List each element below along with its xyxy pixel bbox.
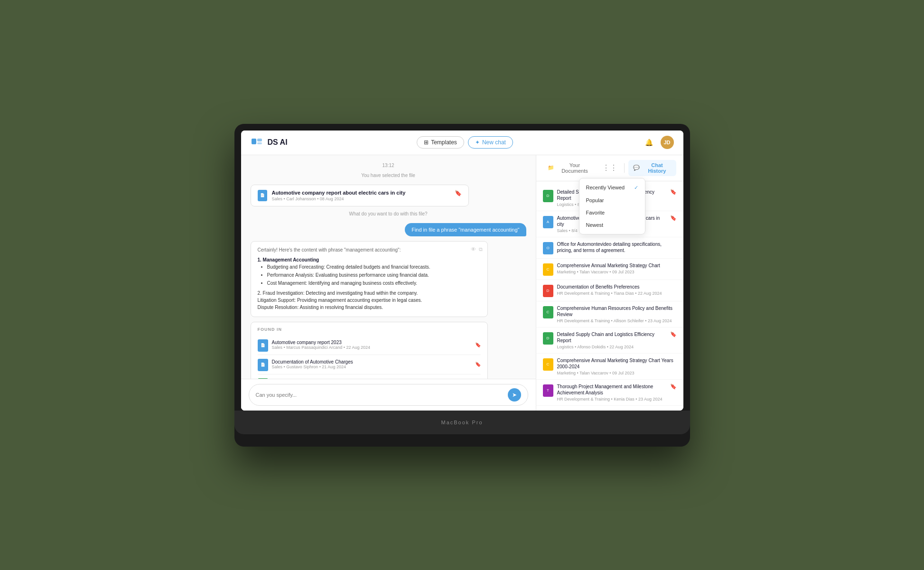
ai-response-header: Certainly! Here's the content with phras…: [258, 247, 481, 252]
dropdown-newest[interactable]: Newest: [579, 219, 645, 231]
hist-info-5: Comprehensive Human Resources Policy and…: [557, 305, 677, 323]
history-item-4[interactable]: D Documentation of Benefits Preferences …: [536, 280, 683, 301]
bell-icon[interactable]: 🔔: [643, 136, 656, 149]
send-button[interactable]: ➤: [508, 388, 521, 402]
found-item-0-icon: 📄: [258, 339, 268, 352]
hist-icon-1: A: [543, 216, 553, 228]
hist-icon-3: C: [543, 263, 553, 276]
tab-documents[interactable]: 📁 Your Documents: [543, 160, 598, 176]
found-item-0-bookmark[interactable]: 🔖: [475, 342, 481, 347]
hist-icon-2: O: [543, 242, 553, 254]
hist-bookmark-0[interactable]: 🔖: [670, 189, 677, 195]
header-icons: 🔔 JD: [643, 136, 674, 149]
history-item-9[interactable]: C Comprehensive Human Resources Policy a…: [536, 406, 683, 411]
hist-info-3: Comprehensive Annual Marketing Strategy …: [557, 262, 677, 274]
chat-messages[interactable]: 13:12 You have selected the file 📄 Autom…: [241, 155, 536, 379]
logo-icon: [251, 136, 264, 149]
hist-icon-8: T: [543, 384, 553, 397]
found-item-0[interactable]: 📄 Automotive company report 2023 Sales •…: [258, 336, 481, 355]
right-panel-tabs: 📁 Your Documents ⋮⋮ 💬 Chat History: [536, 155, 683, 181]
history-item-6[interactable]: D Detailed Supply Chain and Logistics Ef…: [536, 327, 683, 354]
ai-section2: 2. Fraud Investigation: Detecting and in…: [258, 290, 481, 297]
hist-bookmark-6[interactable]: 🔖: [670, 331, 677, 337]
ai-point1: Budgeting and Forecasting: Creating deta…: [267, 263, 481, 271]
file-title: Automotive company report about electric…: [272, 190, 450, 196]
user-message: Find in file a phrase "management accoun…: [405, 223, 526, 236]
eye-icon[interactable]: 👁: [471, 246, 476, 252]
tab-grid-icon[interactable]: ⋮⋮: [599, 161, 620, 174]
file-icon: 📄: [258, 190, 267, 201]
hist-meta-6: Logistics • Afonso Dokidis • 22 Aug 2024: [557, 345, 666, 349]
ai-section3: Litigation Support: Providing management…: [258, 297, 481, 304]
file-bookmark-icon[interactable]: 🔖: [455, 190, 462, 196]
found-item-0-meta: Sales • Marcus Passaquindici Arcand • 22…: [272, 345, 471, 350]
found-item-1[interactable]: 📄 Documentation of Automotive Charges Sa…: [258, 355, 481, 374]
svg-rect-1: [257, 139, 262, 141]
laptop-brand: MacBook Pro: [441, 420, 483, 425]
hist-info-6: Detailed Supply Chain and Logistics Effi…: [557, 331, 666, 349]
hist-icon-4: D: [543, 285, 553, 297]
found-in-label: FOUND IN: [258, 327, 481, 332]
history-icon: 💬: [633, 165, 640, 171]
found-item-2[interactable]: 📄 Comprehensive Annual Marketing Strateg…: [258, 374, 481, 379]
found-in-section: FOUND IN 📄 Automotive company report 202…: [251, 322, 488, 379]
ai-point2: Performance Analysis: Evaluating busines…: [267, 271, 481, 279]
hist-meta-8: HR Development & Training • Kenia Dias •…: [557, 397, 666, 402]
hist-info-2: Office for Automontevideo detailing spec…: [557, 241, 677, 253]
history-item-5[interactable]: C Comprehensive Human Resources Policy a…: [536, 301, 683, 327]
ai-section4: Dispute Resolution: Assisting in resolvi…: [258, 304, 481, 311]
hist-info-8: Thorough Project Management and Mileston…: [557, 383, 666, 402]
history-item-2[interactable]: O Office for Automontevideo detailing sp…: [536, 237, 683, 259]
found-item-0-icons: 🔖: [475, 342, 481, 347]
section1-title: 1. Management Accounting: [258, 256, 481, 263]
logo-area: DS AI: [251, 136, 288, 149]
copy-icon[interactable]: ⧉: [479, 246, 483, 252]
hist-title-8: Thorough Project Management and Mileston…: [557, 383, 666, 396]
laptop-base: MacBook Pro: [234, 411, 690, 434]
avatar[interactable]: JD: [661, 136, 674, 149]
check-icon: ✓: [634, 185, 638, 191]
hist-bookmark-8[interactable]: 🔖: [670, 383, 677, 390]
ai-response: 👁 ⧉ Certainly! Here's the content with p…: [251, 241, 488, 317]
history-item-3[interactable]: C Comprehensive Annual Marketing Strateg…: [536, 259, 683, 280]
hist-meta-3: Marketing • Talan Vaccarov • 09 Jul 2023: [557, 270, 677, 274]
tab-divider: [624, 163, 625, 173]
new-chat-button[interactable]: ✦ New chat: [468, 136, 513, 149]
chat-input[interactable]: [256, 392, 504, 398]
chat-input-area: ➤: [241, 379, 536, 411]
app-body: 13:12 You have selected the file 📄 Autom…: [241, 155, 683, 411]
hist-title-6: Detailed Supply Chain and Logistics Effi…: [557, 331, 666, 344]
file-meta: Sales • Carl Johansson • 08 Aug 2024: [272, 196, 450, 201]
tab-history[interactable]: 💬 Chat History: [628, 160, 676, 176]
templates-icon: ⊞: [424, 139, 429, 146]
hist-meta-4: HR Development & Training • Tiana Dias •…: [557, 291, 677, 296]
found-item-1-icon: 📄: [258, 359, 268, 371]
sort-dropdown: Recently Viewed ✓ Popular Favorite Newes…: [579, 178, 645, 234]
dropdown-favorite[interactable]: Favorite: [579, 206, 645, 219]
hist-title-4: Documentation of Benefits Preferences: [557, 284, 677, 290]
hist-bookmark-1[interactable]: 🔖: [670, 215, 677, 221]
chat-input-wrapper: ➤: [249, 384, 528, 406]
app-header: DS AI ⊞ Templates ✦ New chat 🔔 JD: [241, 131, 683, 155]
found-item-1-info: Documentation of Automotive Charges Sale…: [272, 359, 471, 369]
ai-point3: Cost Management: Identifying and managin…: [267, 280, 481, 287]
ai-response-icons: 👁 ⧉: [471, 246, 483, 252]
chat-panel: 13:12 You have selected the file 📄 Autom…: [241, 155, 536, 411]
found-item-2-icon: 📄: [258, 378, 268, 379]
hist-meta-7: Marketing • Talan Vaccarov • 09 Jul 2023: [557, 371, 677, 375]
svg-rect-2: [257, 142, 262, 144]
dropdown-popular[interactable]: Popular: [579, 194, 645, 206]
history-item-7[interactable]: C Comprehensive Annual Marketing Strateg…: [536, 354, 683, 380]
history-item-8[interactable]: T Thorough Project Management and Milest…: [536, 380, 683, 406]
templates-button[interactable]: ⊞ Templates: [417, 136, 464, 149]
header-actions: ⊞ Templates ✦ New chat: [417, 136, 513, 149]
dropdown-recently-viewed[interactable]: Recently Viewed ✓: [579, 181, 645, 194]
found-item-1-meta: Sales • Gustavo Siphron • 21 Aug 2024: [272, 364, 471, 369]
found-item-0-info: Automotive company report 2023 Sales • M…: [272, 340, 471, 350]
found-item-1-icons: 🔖: [475, 362, 481, 367]
found-item-1-title: Documentation of Automotive Charges: [272, 359, 471, 364]
hist-meta-5: HR Development & Training • Allison Schl…: [557, 318, 677, 323]
hist-info-4: Documentation of Benefits Preferences HR…: [557, 284, 677, 296]
new-chat-icon: ✦: [475, 139, 480, 146]
found-item-1-bookmark[interactable]: 🔖: [475, 362, 481, 367]
